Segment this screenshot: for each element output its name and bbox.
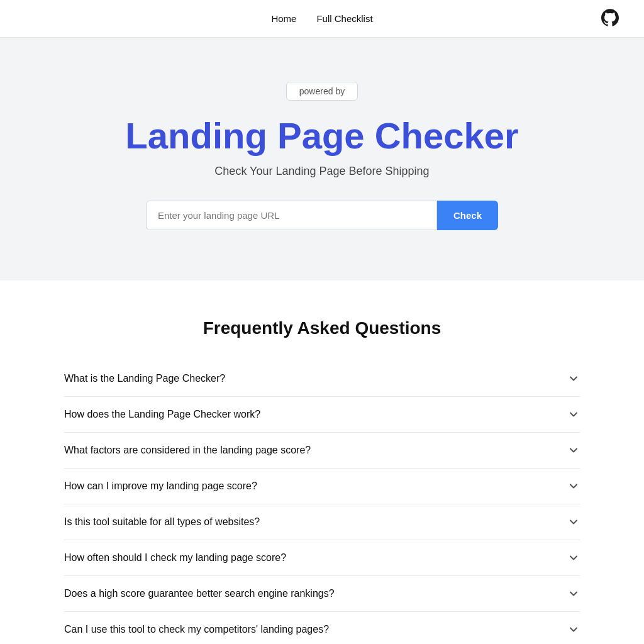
faq-section: Frequently Asked Questions What is the L… — [39, 280, 605, 644]
powered-by-badge: powered by — [286, 82, 358, 101]
faq-question: Is this tool suitable for all types of w… — [64, 516, 260, 528]
chevron-down-icon — [567, 480, 580, 492]
url-input[interactable] — [146, 201, 437, 230]
faq-item[interactable]: How often should I check my landing page… — [64, 540, 580, 576]
faq-item[interactable]: Does a high score guarantee better searc… — [64, 576, 580, 612]
faq-question: How does the Landing Page Checker work? — [64, 409, 260, 420]
hero-subtitle: Check Your Landing Page Before Shipping — [13, 165, 631, 178]
faq-question: How often should I check my landing page… — [64, 552, 286, 564]
faq-question: Can I use this tool to check my competit… — [64, 624, 329, 635]
faq-item[interactable]: How does the Landing Page Checker work? — [64, 397, 580, 433]
nav-home[interactable]: Home — [271, 13, 296, 24]
hero-title: Landing Page Checker — [13, 116, 631, 156]
nav-checklist[interactable]: Full Checklist — [316, 13, 372, 24]
faq-item[interactable]: What factors are considered in the landi… — [64, 433, 580, 469]
chevron-down-icon — [567, 516, 580, 528]
faq-list: What is the Landing Page Checker? How do… — [64, 361, 580, 644]
chevron-down-icon — [567, 444, 580, 457]
github-link[interactable] — [601, 9, 619, 29]
faq-question: What factors are considered in the landi… — [64, 445, 311, 456]
faq-item[interactable]: Can I use this tool to check my competit… — [64, 612, 580, 644]
hero-section: powered by Landing Page Checker Check Yo… — [0, 38, 644, 280]
chevron-down-icon — [567, 552, 580, 564]
chevron-down-icon — [567, 623, 580, 636]
github-icon — [601, 9, 619, 26]
url-form: Check — [146, 201, 498, 230]
nav-links: Home Full Checklist — [271, 13, 372, 24]
chevron-down-icon — [567, 587, 580, 600]
faq-item[interactable]: What is the Landing Page Checker? — [64, 361, 580, 397]
check-button[interactable]: Check — [437, 201, 498, 230]
chevron-down-icon — [567, 372, 580, 385]
faq-title: Frequently Asked Questions — [64, 318, 580, 338]
chevron-down-icon — [567, 408, 580, 421]
navbar: Home Full Checklist — [0, 0, 644, 38]
faq-question: What is the Landing Page Checker? — [64, 373, 225, 384]
faq-item[interactable]: Is this tool suitable for all types of w… — [64, 504, 580, 540]
faq-item[interactable]: How can I improve my landing page score? — [64, 469, 580, 504]
faq-question: How can I improve my landing page score? — [64, 480, 257, 492]
faq-question: Does a high score guarantee better searc… — [64, 588, 335, 599]
